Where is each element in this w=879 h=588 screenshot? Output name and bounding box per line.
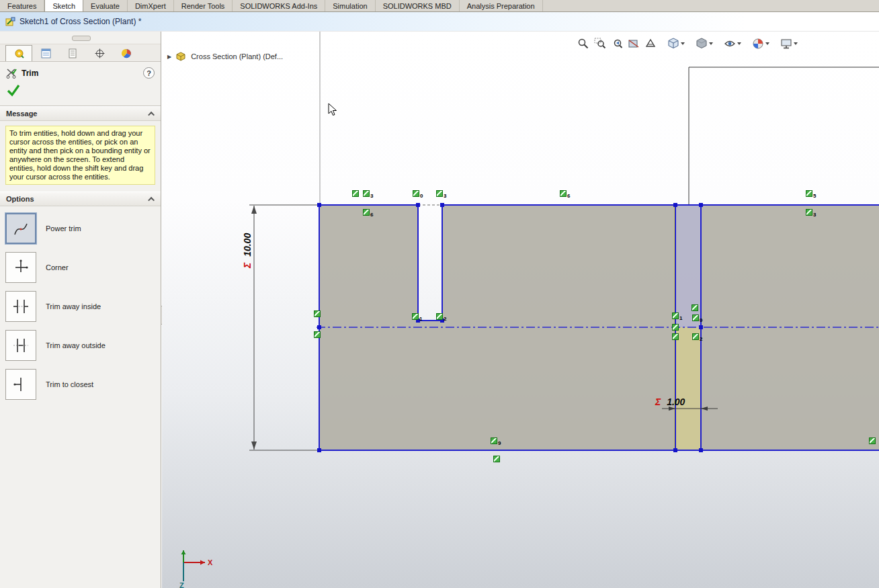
ok-row <box>0 81 161 106</box>
relation-marker[interactable] <box>692 304 698 311</box>
corner-label: Corner <box>46 263 69 271</box>
options-header-label: Options <box>6 195 34 203</box>
corner-icon <box>12 259 30 276</box>
power-trim-button[interactable] <box>5 213 36 244</box>
ok-check-button[interactable] <box>6 83 21 97</box>
option-trim-away-outside[interactable]: Trim away outside <box>5 330 155 361</box>
display-manager-icon <box>122 48 132 58</box>
relation-marker[interactable]: 5 <box>806 190 812 197</box>
relation-marker[interactable]: 1 <box>412 313 419 320</box>
relation-marker[interactable]: 2 <box>692 333 699 340</box>
relation-marker[interactable]: 3 <box>806 209 812 216</box>
relation-marker[interactable] <box>869 437 876 444</box>
tab-dimxpert-manager[interactable] <box>86 45 113 61</box>
ribbon-tab-render-tools[interactable]: Render Tools <box>174 0 233 11</box>
trim-away-inside-button[interactable] <box>5 291 36 322</box>
relation-marker-number: 5 <box>813 194 816 199</box>
tool-title: Trim <box>22 69 38 78</box>
relation-marker-number: 1 <box>679 316 682 321</box>
tab-property-manager[interactable] <box>5 45 32 61</box>
ribbon-tab-features[interactable]: Features <box>0 0 44 11</box>
relation-marker-number: 9 <box>498 441 501 446</box>
configuration-manager-icon <box>68 48 78 58</box>
trim-icon <box>6 68 17 79</box>
message-section-header[interactable]: Message <box>0 106 161 121</box>
ribbon-tab-evaluate[interactable]: Evaluate <box>83 0 128 11</box>
dimxpert-manager-icon <box>95 48 105 58</box>
collapse-chevron-icon <box>148 111 155 118</box>
trim-away-outside-icon <box>12 337 30 354</box>
relation-marker[interactable]: 9 <box>491 437 497 444</box>
option-power-trim[interactable]: Power trim <box>5 213 155 244</box>
option-trim-to-closest[interactable]: Trim to closest <box>5 369 155 400</box>
relation-marker-number: 3 <box>813 212 816 218</box>
corner-button[interactable] <box>5 252 36 283</box>
relation-marker[interactable]: 6 <box>363 209 370 216</box>
sketch-icon <box>5 17 15 27</box>
relation-marker[interactable] <box>314 331 321 338</box>
feature-manager-icon <box>41 48 51 58</box>
relation-marker[interactable]: 2 <box>436 313 443 320</box>
tool-header: Trim ? <box>0 62 161 81</box>
property-manager-panel: Trim ? Message To trim entities, hold do… <box>0 32 161 588</box>
options-section-header[interactable]: Options <box>0 192 161 206</box>
trim-away-outside-label: Trim away outside <box>46 341 106 349</box>
tab-display-manager[interactable] <box>113 45 140 61</box>
sketch-canvas[interactable]: Σ 10.00 Σ 1.00 <box>162 32 879 588</box>
ribbon-tab-solidworks-add-ins[interactable]: SOLIDWORKS Add-Ins <box>233 0 325 11</box>
trim-options-list: Power trim Corner <box>0 206 161 415</box>
relation-marker[interactable] <box>352 190 359 197</box>
document-title: Sketch1 of Cross Section (Plant) * <box>19 17 141 26</box>
message-header-label: Message <box>6 110 37 118</box>
ribbon-tab-bar: FeaturesSketchEvaluateDimXpertRender Too… <box>0 0 879 12</box>
property-manager-icon <box>14 48 24 58</box>
graphics-viewport[interactable]: ▶ Cross Section (Plant) (Def... <box>162 32 879 588</box>
manager-tab-bar <box>0 44 161 62</box>
coordinate-triad: X Z <box>174 544 228 588</box>
relation-marker[interactable] <box>672 333 679 340</box>
trim-away-inside-label: Trim away inside <box>46 302 101 310</box>
relation-marker[interactable]: 0 <box>413 190 419 197</box>
relation-marker[interactable] <box>672 324 679 331</box>
relation-marker-number: 6 <box>370 212 373 218</box>
channel-bottom-highlight[interactable] <box>675 327 701 450</box>
tab-feature-manager[interactable] <box>32 45 59 61</box>
relation-marker[interactable]: 3 <box>436 190 443 197</box>
relation-marker[interactable]: 1 <box>672 312 679 319</box>
relation-marker-number: 6 <box>567 194 570 199</box>
trim-to-closest-button[interactable] <box>5 369 36 400</box>
trim-to-closest-icon <box>12 376 30 393</box>
ribbon-tab-analysis-preparation[interactable]: Analysis Preparation <box>460 0 543 11</box>
relation-marker[interactable]: 0 <box>692 314 699 321</box>
panel-grip[interactable] <box>0 32 161 44</box>
help-button[interactable]: ? <box>143 67 155 79</box>
ribbon-tab-sketch[interactable]: Sketch <box>44 0 83 11</box>
relation-marker[interactable] <box>493 456 500 462</box>
relation-marker-number: 0 <box>420 194 423 199</box>
relation-marker-number: 2 <box>700 337 702 342</box>
power-trim-icon <box>12 220 30 237</box>
ribbon-tab-dimxpert[interactable]: DimXpert <box>128 0 174 11</box>
collapse-chevron-icon <box>148 196 155 203</box>
power-trim-label: Power trim <box>46 224 81 233</box>
relation-marker[interactable]: 3 <box>363 190 370 197</box>
relation-marker-number: 3 <box>444 194 446 199</box>
relation-marker-number: 3 <box>370 194 373 199</box>
message-text: To trim entities, hold down and drag you… <box>5 126 155 185</box>
ribbon-tab-solidworks-mbd[interactable]: SOLIDWORKS MBD <box>376 0 460 11</box>
option-trim-away-inside[interactable]: Trim away inside <box>5 291 155 322</box>
triad-x-label: X <box>208 558 213 566</box>
triad-z-label: Z <box>179 581 184 588</box>
relation-marker-number: 1 <box>419 317 422 322</box>
tab-configuration-manager[interactable] <box>59 45 86 61</box>
mouse-cursor <box>328 103 337 116</box>
relation-marker[interactable]: 6 <box>560 190 567 197</box>
option-corner[interactable]: Corner <box>5 252 155 283</box>
trim-to-closest-label: Trim to closest <box>46 380 93 388</box>
trim-away-inside-icon <box>12 298 30 315</box>
relation-marker[interactable] <box>314 310 321 317</box>
ribbon-tab-simulation[interactable]: Simulation <box>325 0 375 11</box>
dimension-height[interactable]: Σ 10.00 <box>242 205 318 450</box>
svg-text:Σ 10.00: Σ 10.00 <box>242 233 253 269</box>
trim-away-outside-button[interactable] <box>5 330 36 361</box>
